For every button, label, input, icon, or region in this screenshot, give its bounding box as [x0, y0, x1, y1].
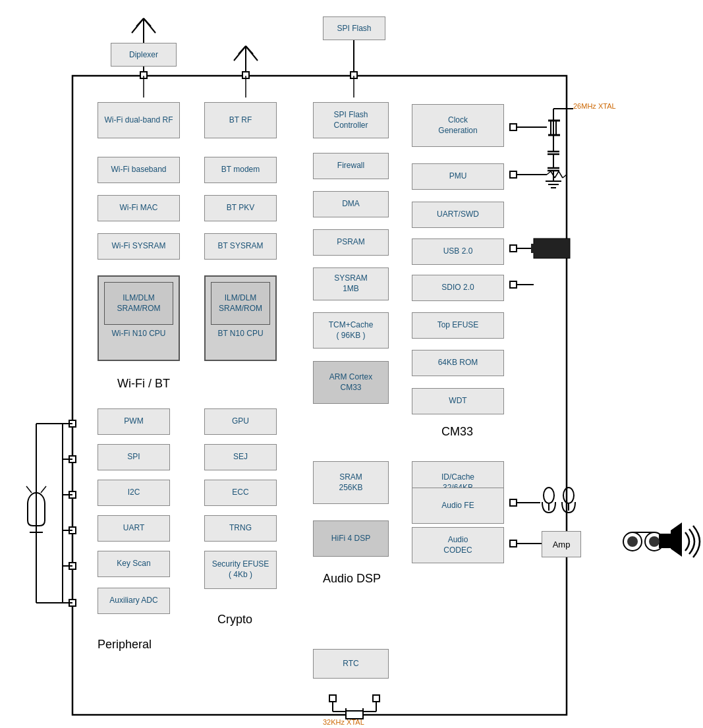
tcm-cache-block: TCM+Cache ( 96KB )	[313, 312, 389, 349]
wifi-bt-label: Wi-Fi / BT	[117, 377, 170, 391]
wifi-baseband-block: Wi-Fi baseband	[98, 157, 180, 183]
svg-rect-12	[140, 72, 147, 78]
svg-rect-51	[69, 527, 76, 534]
sram-256kb-block: SRAM 256KB	[313, 461, 389, 504]
usb-20-block: USB 2.0	[412, 238, 504, 265]
pwm-block: PWM	[98, 408, 170, 435]
pmu-block: PMU	[412, 163, 504, 190]
wifi-ilm-block: ILM/DLM SRAM/ROM Wi-Fi N10 CPU	[98, 275, 180, 361]
sdio-20-block: SDIO 2.0	[412, 275, 504, 301]
top-efuse-block: Top EFUSE	[412, 312, 504, 339]
svg-rect-35	[510, 171, 517, 178]
crypto-label: Crypto	[217, 613, 252, 627]
svg-line-40	[559, 171, 563, 178]
svg-rect-52	[69, 563, 76, 569]
clock-gen-block: Clock Generation	[412, 104, 504, 147]
dma-block: DMA	[313, 191, 389, 217]
svg-line-10	[246, 46, 258, 61]
svg-line-7	[239, 46, 246, 54]
aux-adc-block: Auxiliary ADC	[98, 588, 170, 614]
svg-rect-42	[510, 245, 517, 252]
bt-modem-block: BT modem	[204, 157, 277, 183]
bt-sysram-block: BT SYSRAM	[204, 233, 277, 260]
svg-rect-53	[69, 600, 76, 606]
key-scan-block: Key Scan	[98, 551, 170, 577]
svg-rect-50	[69, 491, 76, 498]
wifi-rf-block: Wi-Fi dual-band RF	[98, 102, 180, 138]
audio-dsp-label: Audio DSP	[323, 572, 381, 586]
svg-rect-64	[510, 499, 517, 506]
spi-flash-block: SPI Flash	[323, 16, 385, 40]
svg-line-8	[246, 46, 253, 54]
bt-ilm-block: ILM/DLM SRAM/ROM BT N10 CPU	[204, 275, 277, 361]
svg-marker-84	[671, 522, 682, 557]
bt-rf-block: BT RF	[204, 102, 277, 138]
svg-line-4	[132, 18, 144, 33]
svg-line-38	[551, 171, 555, 178]
hifi4-dsp-block: HiFi 4 DSP	[313, 520, 389, 557]
gpu-block: GPU	[204, 408, 277, 435]
svg-point-85	[623, 532, 642, 551]
svg-line-5	[144, 18, 155, 33]
bt-pkv-block: BT PKV	[204, 195, 277, 221]
spi-block: SPI	[98, 444, 170, 470]
xtal-26mhz-label: 26MHz XTAL	[573, 102, 616, 110]
amp-block: Amp	[542, 531, 581, 557]
svg-point-79	[544, 488, 554, 503]
svg-line-2	[136, 18, 144, 26]
svg-rect-48	[69, 420, 76, 427]
svg-rect-46	[510, 281, 517, 288]
wdt-block: WDT	[412, 388, 504, 414]
cm33-label: CM33	[441, 425, 473, 439]
svg-rect-83	[659, 534, 671, 548]
i2c-block: I2C	[98, 480, 170, 506]
trng-block: TRNG	[204, 515, 277, 542]
svg-line-37	[547, 171, 551, 175]
sej-block: SEJ	[204, 444, 277, 470]
svg-point-88	[649, 536, 660, 547]
svg-rect-69	[373, 695, 380, 702]
psram-block: PSRAM	[313, 229, 389, 256]
rtc-block: RTC	[313, 649, 389, 679]
svg-rect-15	[242, 72, 249, 78]
xtal-32khz-label: 32KHz XTAL	[323, 718, 364, 726]
uart-block: UART	[98, 515, 170, 542]
ecc-block: ECC	[204, 480, 277, 506]
sysram-1mb-block: SYSRAM 1MB	[313, 267, 389, 300]
diagram: Diplexer SPI Flash Wi-Fi dual-band RF BT…	[0, 0, 703, 728]
spi-flash-label: SPI Flash	[337, 24, 371, 33]
svg-line-39	[555, 171, 559, 178]
wifi-mac-block: Wi-Fi MAC	[98, 195, 180, 221]
peripheral-label: Peripheral	[98, 638, 152, 652]
arm-cortex-block: ARM Cortex CM33	[313, 361, 389, 404]
firewall-block: Firewall	[313, 153, 389, 179]
svg-rect-66	[510, 540, 517, 547]
svg-point-87	[645, 532, 663, 551]
spi-flash-ctrl-block: SPI Flash Controller	[313, 102, 389, 138]
svg-point-81	[563, 488, 574, 503]
diplexer-block: Diplexer	[111, 43, 177, 67]
security-efuse-block: Security EFUSE ( 4Kb )	[204, 551, 277, 589]
svg-rect-68	[329, 695, 336, 702]
svg-line-93	[41, 486, 46, 493]
svg-rect-49	[69, 456, 76, 462]
rom-64kb-block: 64KB ROM	[412, 350, 504, 376]
svg-line-3	[144, 18, 151, 26]
svg-rect-17	[510, 124, 517, 130]
svg-rect-14	[351, 72, 357, 78]
diplexer-label: Diplexer	[129, 50, 158, 59]
audio-fe-block: Audio FE	[412, 488, 504, 524]
svg-line-41	[563, 175, 567, 178]
wifi-sysram-block: Wi-Fi SYSRAM	[98, 233, 180, 260]
audio-codec-block: Audio CODEC	[412, 527, 504, 563]
svg-rect-44	[534, 238, 570, 258]
svg-rect-45	[531, 244, 534, 253]
uart-swd-block: UART/SWD	[412, 202, 504, 228]
svg-point-86	[627, 536, 638, 547]
svg-line-92	[26, 486, 32, 493]
svg-line-9	[234, 46, 246, 61]
